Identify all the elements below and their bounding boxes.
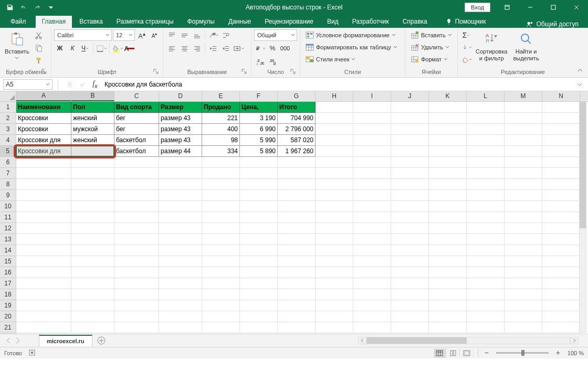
- cell[interactable]: [353, 289, 391, 300]
- cell[interactable]: [429, 256, 467, 267]
- cell[interactable]: [467, 289, 505, 300]
- cell[interactable]: [467, 201, 505, 212]
- cell[interactable]: [316, 256, 353, 267]
- sort-filter-button[interactable]: АЯ Сортировка и фильтр: [474, 29, 509, 65]
- cell[interactable]: [391, 168, 429, 179]
- cell[interactable]: [71, 146, 114, 157]
- cell[interactable]: [353, 113, 391, 124]
- cell[interactable]: [429, 179, 467, 190]
- cell[interactable]: [114, 322, 159, 333]
- ribbon-options-button[interactable]: [496, 0, 519, 15]
- row-header-9[interactable]: 9: [0, 190, 16, 201]
- cell[interactable]: [316, 278, 353, 289]
- view-normal-button[interactable]: [434, 348, 446, 358]
- tab-insert[interactable]: Вставка: [73, 16, 109, 28]
- cell[interactable]: [202, 201, 240, 212]
- cell[interactable]: [429, 135, 467, 146]
- cell[interactable]: [391, 223, 429, 234]
- cell[interactable]: 400: [202, 124, 240, 135]
- cell[interactable]: [202, 245, 240, 256]
- format-table-button[interactable]: Форматировать как таблицу: [303, 41, 402, 53]
- cell[interactable]: [202, 223, 240, 234]
- cell[interactable]: [71, 157, 114, 168]
- cell[interactable]: [467, 256, 505, 267]
- cell[interactable]: [71, 267, 114, 278]
- cell[interactable]: [316, 311, 353, 322]
- cell[interactable]: [316, 135, 353, 146]
- cell[interactable]: [429, 278, 467, 289]
- cell[interactable]: [159, 201, 202, 212]
- cell[interactable]: [71, 322, 114, 333]
- cell[interactable]: [240, 212, 278, 223]
- cell[interactable]: [159, 267, 202, 278]
- cell[interactable]: [240, 267, 278, 278]
- cell[interactable]: [542, 124, 580, 135]
- cell[interactable]: [16, 245, 71, 256]
- cell[interactable]: [391, 322, 429, 333]
- cell[interactable]: [240, 278, 278, 289]
- cell[interactable]: [16, 201, 71, 212]
- cell[interactable]: [505, 201, 542, 212]
- cell[interactable]: [202, 212, 240, 223]
- cell[interactable]: [71, 179, 114, 190]
- currency-button[interactable]: ₽: [254, 43, 266, 54]
- cell[interactable]: [71, 201, 114, 212]
- cell[interactable]: [467, 234, 505, 245]
- cell[interactable]: [278, 201, 316, 212]
- cell[interactable]: баскетбол: [114, 135, 159, 146]
- font-size-combo[interactable]: 12: [113, 29, 135, 41]
- cell[interactable]: [391, 212, 429, 223]
- cell[interactable]: размер 43: [159, 135, 202, 146]
- vertical-scrollbar[interactable]: [579, 102, 587, 333]
- cell[interactable]: [505, 311, 542, 322]
- cell[interactable]: [240, 234, 278, 245]
- cell[interactable]: [159, 190, 202, 201]
- cell[interactable]: [429, 113, 467, 124]
- cell[interactable]: [71, 168, 114, 179]
- row-header-17[interactable]: 17: [0, 278, 16, 289]
- align-top-button[interactable]: [166, 29, 177, 41]
- cell[interactable]: 2 796 000: [278, 124, 316, 135]
- merge-button[interactable]: [233, 43, 244, 54]
- cell[interactable]: [114, 278, 159, 289]
- minimize-button[interactable]: [519, 0, 542, 15]
- cell[interactable]: [353, 146, 391, 157]
- cell[interactable]: [542, 146, 580, 157]
- cell[interactable]: [429, 190, 467, 201]
- cell[interactable]: [542, 190, 580, 201]
- cell[interactable]: 587 020: [278, 135, 316, 146]
- paste-button[interactable]: Вставить: [3, 29, 32, 66]
- fill-button[interactable]: [460, 41, 472, 53]
- cell[interactable]: [505, 179, 542, 190]
- cell[interactable]: [542, 234, 580, 245]
- cell[interactable]: [316, 201, 353, 212]
- row-header-3[interactable]: 3: [0, 124, 16, 135]
- cell[interactable]: [505, 322, 542, 333]
- cell[interactable]: [240, 311, 278, 322]
- cell[interactable]: [353, 168, 391, 179]
- sheet-tab-active[interactable]: microexcel.ru: [39, 335, 92, 346]
- cell[interactable]: [278, 157, 316, 168]
- undo-button[interactable]: [18, 2, 29, 13]
- cell[interactable]: [467, 124, 505, 135]
- cell[interactable]: [71, 223, 114, 234]
- cell[interactable]: [159, 300, 202, 311]
- close-button[interactable]: [565, 0, 588, 15]
- cell[interactable]: [505, 157, 542, 168]
- insert-function-button[interactable]: fx: [89, 79, 101, 90]
- cell[interactable]: [240, 157, 278, 168]
- decrease-indent-button[interactable]: [207, 43, 219, 54]
- tab-review[interactable]: Рецензирование: [258, 16, 320, 28]
- cell[interactable]: баскетбол: [114, 146, 159, 157]
- cell[interactable]: [202, 157, 240, 168]
- row-header-12[interactable]: 12: [0, 223, 16, 234]
- cell[interactable]: [114, 212, 159, 223]
- increase-indent-button[interactable]: [220, 43, 232, 54]
- font-name-combo[interactable]: Calibri: [54, 29, 112, 41]
- name-box[interactable]: A5: [3, 79, 52, 90]
- cell[interactable]: [202, 234, 240, 245]
- cell[interactable]: [505, 300, 542, 311]
- tab-formulas[interactable]: Формулы: [181, 16, 221, 28]
- cell[interactable]: [429, 300, 467, 311]
- cell[interactable]: 3 190: [240, 113, 278, 124]
